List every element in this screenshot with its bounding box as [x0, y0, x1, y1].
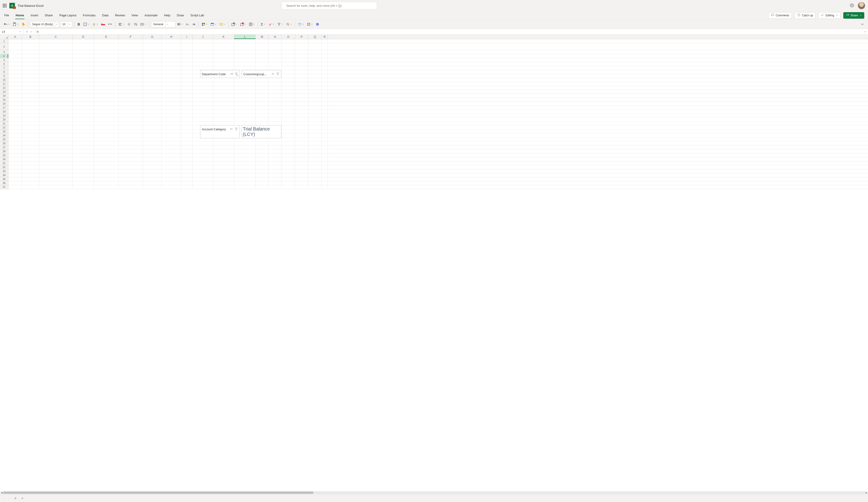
cell[interactable]	[143, 181, 162, 185]
cell[interactable]	[269, 98, 282, 102]
cell[interactable]	[143, 161, 162, 165]
cell[interactable]	[213, 90, 234, 94]
cell[interactable]	[143, 94, 162, 98]
cell[interactable]	[234, 157, 256, 161]
cell[interactable]	[181, 149, 193, 153]
cell[interactable]	[256, 118, 269, 121]
col-header-B[interactable]: B	[22, 34, 39, 39]
cell[interactable]	[22, 130, 39, 133]
row-header-17[interactable]: 17	[0, 106, 8, 110]
row-header-21[interactable]: 21	[0, 122, 8, 126]
cell[interactable]	[8, 169, 22, 173]
cell[interactable]	[308, 181, 322, 185]
cell[interactable]	[213, 161, 234, 165]
cell[interactable]	[193, 181, 213, 185]
cell[interactable]	[308, 58, 322, 62]
cell[interactable]	[234, 145, 256, 149]
select-all-corner[interactable]	[0, 34, 8, 39]
cell[interactable]	[143, 62, 162, 66]
cell[interactable]	[73, 62, 94, 66]
cell[interactable]	[193, 82, 213, 86]
cell[interactable]	[193, 98, 213, 102]
cell[interactable]	[193, 102, 213, 106]
cell[interactable]	[193, 58, 213, 62]
cell[interactable]	[94, 90, 118, 94]
horizontal-scrollbar[interactable]: ◀▶	[0, 491, 868, 494]
cell[interactable]	[308, 161, 322, 165]
cell[interactable]	[282, 98, 295, 102]
cell[interactable]	[282, 39, 295, 43]
comments-button[interactable]: Comments	[768, 12, 792, 19]
cell[interactable]	[8, 78, 22, 82]
cell[interactable]	[73, 54, 94, 58]
cell[interactable]	[39, 126, 73, 129]
fx-icon[interactable]: fx	[35, 30, 40, 33]
cell[interactable]	[162, 50, 181, 54]
cell[interactable]	[22, 141, 39, 145]
settings-icon[interactable]	[850, 3, 854, 8]
cell[interactable]	[181, 39, 193, 43]
cell[interactable]	[256, 157, 269, 161]
cell[interactable]	[118, 177, 143, 181]
cell[interactable]	[295, 74, 308, 78]
cell[interactable]	[39, 94, 73, 98]
cell[interactable]	[181, 62, 193, 66]
cell[interactable]	[162, 157, 181, 161]
cell[interactable]	[39, 82, 73, 86]
cell[interactable]	[22, 66, 39, 70]
cell[interactable]	[256, 43, 269, 50]
cell[interactable]	[213, 145, 234, 149]
cell[interactable]	[308, 98, 322, 102]
share-button[interactable]: Share	[843, 12, 864, 19]
cell[interactable]	[213, 50, 234, 54]
cell[interactable]	[73, 161, 94, 165]
cell[interactable]	[39, 39, 73, 43]
cell[interactable]	[234, 78, 256, 82]
cell[interactable]	[295, 102, 308, 106]
cell[interactable]	[73, 181, 94, 185]
cell[interactable]	[234, 173, 256, 177]
cell[interactable]	[143, 165, 162, 169]
cell[interactable]	[282, 145, 295, 149]
cell[interactable]	[39, 181, 73, 185]
clear-button[interactable]	[267, 21, 275, 28]
row-header-2[interactable]: 2	[0, 43, 8, 50]
cell[interactable]	[234, 58, 256, 62]
cell[interactable]	[118, 86, 143, 90]
cell[interactable]	[73, 133, 94, 137]
cell[interactable]	[256, 58, 269, 62]
cell[interactable]	[308, 78, 322, 82]
cell[interactable]	[213, 54, 234, 58]
cell[interactable]	[22, 50, 39, 54]
delete-cells-button[interactable]	[239, 21, 247, 28]
cell[interactable]	[322, 122, 328, 126]
cell[interactable]	[8, 126, 22, 129]
cell[interactable]	[118, 98, 143, 102]
cell[interactable]	[22, 39, 39, 43]
cell[interactable]	[73, 126, 94, 129]
cell[interactable]	[308, 86, 322, 90]
search-box[interactable]	[281, 2, 377, 9]
cell[interactable]	[8, 62, 22, 66]
cell[interactable]	[322, 173, 328, 177]
cell[interactable]	[162, 118, 181, 121]
cell[interactable]	[118, 90, 143, 94]
cell[interactable]	[22, 94, 39, 98]
col-header-P[interactable]: P	[295, 34, 308, 39]
row-header-35[interactable]: 35	[0, 177, 8, 181]
name-box[interactable]: L4	[0, 29, 23, 34]
cell[interactable]	[22, 106, 39, 110]
cell[interactable]	[181, 118, 193, 121]
cell[interactable]	[193, 114, 213, 118]
row-header-36[interactable]: 36	[0, 181, 8, 185]
cell[interactable]	[234, 141, 256, 145]
cell[interactable]	[181, 185, 193, 189]
cell[interactable]	[118, 114, 143, 118]
cell[interactable]	[94, 82, 118, 86]
cell[interactable]	[8, 74, 22, 78]
cell[interactable]	[143, 58, 162, 62]
conditional-format-button[interactable]	[200, 21, 208, 28]
cell[interactable]	[22, 161, 39, 165]
cell[interactable]	[94, 106, 118, 110]
cell[interactable]	[193, 54, 213, 58]
